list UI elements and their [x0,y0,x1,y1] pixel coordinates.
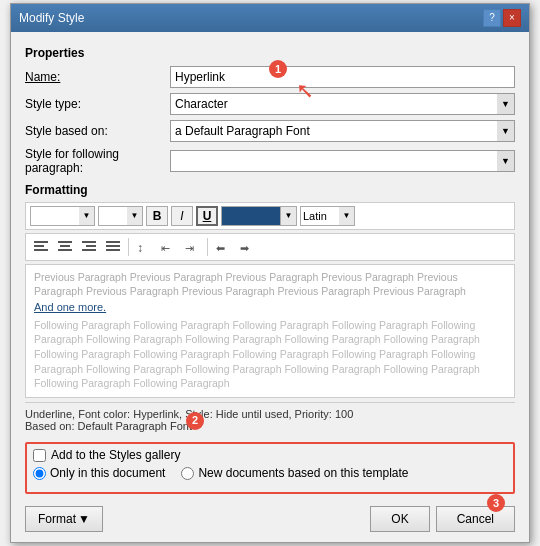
format-button[interactable]: Format ▼ [25,506,103,532]
titlebar: Modify Style ? × [11,4,529,32]
extra-btn-2[interactable]: ➡ [236,237,258,257]
font-family-select[interactable] [30,206,95,226]
style-type-select-wrapper: Character ▼ [170,93,515,115]
svg-rect-4 [58,241,72,243]
underline-button[interactable]: U [196,206,218,226]
modify-style-dialog: Modify Style ? × Properties 1 ➘ Name: St… [10,3,530,543]
new-docs-radio[interactable] [181,467,194,480]
font-color-arrow-icon[interactable]: ▼ [281,206,297,226]
annotation-arrow-1: ➘ [296,78,314,104]
svg-text:↕: ↕ [137,241,143,254]
formatting-label: Formatting [25,183,515,197]
only-this-doc-option: Only in this document [33,466,165,480]
name-label: Name: [25,70,170,84]
svg-rect-2 [34,249,48,251]
svg-text:➡: ➡ [240,242,249,254]
annotation-circle-3: 3 [487,494,505,512]
style-following-select[interactable] [170,150,515,172]
button-row: Format ▼ OK Cancel [25,502,515,532]
bold-button[interactable]: B [146,206,168,226]
style-type-select[interactable]: Character [170,93,515,115]
svg-rect-9 [86,245,96,247]
svg-text:⇤: ⇤ [161,242,170,254]
style-description: Underline, Font color: Hyperlink, Style:… [25,402,515,437]
toolbar-sep-1 [128,238,129,256]
add-to-gallery-row: Add to the Styles gallery [33,448,507,462]
svg-rect-8 [82,241,96,243]
indent-less-button[interactable]: ⇤ [157,237,179,257]
font-size-wrap: ▼ [98,206,143,226]
toolbar-sep-2 [207,238,208,256]
only-this-doc-radio[interactable] [33,467,46,480]
align-left-button[interactable] [30,237,52,257]
style-following-label: Style for following paragraph: [25,147,170,175]
language-wrap: Latin ▼ [300,206,355,226]
preview-link-text[interactable]: And one more. [34,301,106,313]
style-type-row: Style type: Character ▼ [25,93,515,115]
svg-rect-6 [58,249,72,251]
close-button[interactable]: × [503,9,521,27]
add-to-gallery-checkbox[interactable] [33,449,46,462]
indent-more-button[interactable]: ⇥ [181,237,203,257]
svg-rect-14 [106,249,120,251]
font-color-wrap: ▼ [221,206,297,226]
svg-text:⬅: ⬅ [216,242,225,254]
italic-button[interactable]: I [171,206,193,226]
align-center-button[interactable] [54,237,76,257]
titlebar-buttons: ? × [483,9,521,27]
align-right-button[interactable] [78,237,100,257]
new-docs-label: New documents based on this template [198,466,408,480]
style-based-select-wrapper: a Default Paragraph Font ▼ [170,120,515,142]
name-input[interactable] [170,66,515,88]
style-based-row: Style based on: a Default Paragraph Font… [25,120,515,142]
formatting-toolbar-1: ▼ ▼ B I U ▼ Latin [25,202,515,230]
font-family-wrap: ▼ [30,206,95,226]
style-based-label: Style based on: [25,124,170,138]
preview-area: Previous Paragraph Previous Paragraph Pr… [25,264,515,398]
ok-button[interactable]: OK [370,506,429,532]
line-spacing-button[interactable]: ↕ [133,237,155,257]
font-size-select[interactable] [98,206,143,226]
svg-rect-0 [34,241,48,243]
annotation-circle-1: 1 [269,60,287,78]
align-justify-button[interactable] [102,237,124,257]
style-following-row: Style for following paragraph: ▼ [25,147,515,175]
svg-rect-13 [106,245,120,247]
properties-section-label: Properties [25,46,515,60]
svg-rect-5 [60,245,70,247]
svg-text:⇥: ⇥ [185,242,194,254]
style-following-select-wrapper: ▼ [170,150,515,172]
document-scope-row: Only in this document New documents base… [33,466,507,480]
options-box: Add to the Styles gallery Only in this d… [25,442,515,494]
font-color-swatch[interactable] [221,206,281,226]
preview-previous-text: Previous Paragraph Previous Paragraph Pr… [34,271,506,298]
only-this-doc-label: Only in this document [50,466,165,480]
formatting-toolbar-2: ↕ ⇤ ⇥ ⬅ ➡ [25,233,515,261]
preview-following-text: Following Paragraph Following Paragraph … [34,318,506,391]
style-desc-line1: Underline, Font color: Hyperlink, Style:… [25,408,515,420]
cancel-button[interactable]: Cancel [436,506,515,532]
dialog-title: Modify Style [19,11,84,25]
extra-btn-1[interactable]: ⬅ [212,237,234,257]
language-select[interactable]: Latin [300,206,355,226]
new-docs-option: New documents based on this template [181,466,408,480]
style-type-label: Style type: [25,97,170,111]
svg-rect-12 [106,241,120,243]
svg-rect-1 [34,245,44,247]
svg-rect-10 [82,249,96,251]
dialog-content: Properties 1 ➘ Name: Style type: Charact… [11,32,529,542]
style-based-select[interactable]: a Default Paragraph Font [170,120,515,142]
style-desc-line2: Based on: Default Paragraph Font [25,420,515,432]
add-to-gallery-label: Add to the Styles gallery [51,448,180,462]
help-button[interactable]: ? [483,9,501,27]
